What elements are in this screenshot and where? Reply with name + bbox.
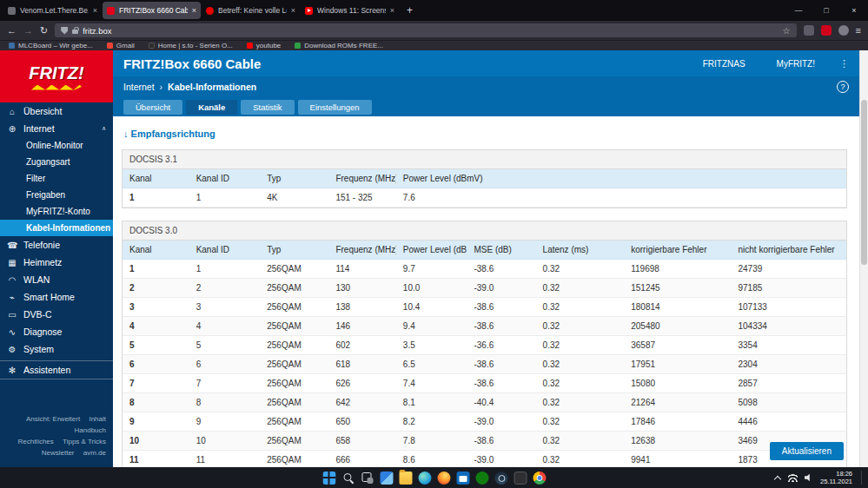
sidebar-item-telefonie[interactable]: Telefonie [0,236,113,254]
sidebar-item-freigaben[interactable]: Freigaben [0,187,113,203]
scrollbar[interactable] [859,50,868,467]
store-icon[interactable] [456,472,469,485]
extension-icon[interactable] [804,25,814,36]
footer-link-tipps[interactable]: Tipps & Tricks [63,438,106,445]
bookmarks-bar: MLCBoard – Wir gebe... Gmail Home | s.to… [0,40,868,50]
refresh-button[interactable]: Aktualisieren [770,442,844,460]
lock-icon[interactable] [72,30,78,34]
footer-link-newsletter[interactable]: Newsletter [42,449,75,457]
tab-close-icon[interactable] [291,6,295,15]
tab-kanaele[interactable]: Kanäle [186,100,237,115]
table-cell: -38.6 [467,432,535,451]
sidebar-item-label: Assistenten [23,365,70,375]
hidden-items-icon[interactable] [774,474,781,481]
search-icon[interactable] [341,472,354,485]
table-cell: 7 [189,374,261,393]
footer-link-rechtliches[interactable]: Rechtliches [17,438,53,445]
sidebar-item-system[interactable]: System [0,340,113,358]
show-desktop-button[interactable] [861,471,863,485]
url-text[interactable]: fritz.box [83,26,111,36]
sidebar-item-assistenten[interactable]: Assistenten [0,360,113,379]
browser-tab-youtube[interactable]: Windows 11: Screenshot erste... [301,2,399,19]
tracking-protection-shield-icon[interactable] [61,27,68,35]
epic-icon[interactable] [514,472,527,485]
smart-home-icon [7,293,17,302]
tab-close-icon[interactable] [93,6,97,15]
fritz-logo[interactable]: FRITZ! [0,50,113,102]
bookmark-roms[interactable]: Download ROMs FREE... [295,42,383,49]
browser-tab-venom[interactable]: Venom.Let.There.Be.Carnage... [3,2,102,19]
bookmark-sto[interactable]: Home | s.to - Serien O... [149,42,233,49]
volume-icon[interactable] [805,473,813,482]
browser-tab-fritzbox[interactable]: FRITZ!Box 6660 Cable [103,2,201,19]
bookmark-youtube[interactable]: youtube [247,42,281,49]
edge-icon[interactable] [418,472,431,485]
steam-icon[interactable] [494,472,507,485]
xbox-icon[interactable] [475,472,488,485]
clock-date: 25.11.2021 [820,478,852,485]
scrollbar-thumb[interactable] [861,100,867,265]
table-cell: 7.4 [396,374,467,393]
table-cell: 4446 [732,412,847,432]
back-button[interactable] [7,25,17,36]
taskbar-clock[interactable]: 18:26 25.11.2021 [820,470,852,485]
bookmark-mlcboard[interactable]: MLCBoard – Wir gebe... [9,42,93,49]
ublock-icon[interactable] [821,25,832,36]
bookmark-gmail[interactable]: Gmail [107,42,135,49]
sidebar-item-kabel-informationen[interactable]: Kabel-Informationen [0,220,113,236]
start-icon[interactable] [322,472,335,485]
myfritz-link[interactable]: MyFRITZ! [777,59,815,69]
sidebar-item-smart-home[interactable]: Smart Home [0,288,113,306]
sidebar-item-label: Internet [23,123,55,134]
sidebar-item-diagnose[interactable]: Diagnose [0,323,113,340]
bookmark-star-icon[interactable] [783,26,791,36]
widgets-icon[interactable] [380,472,393,485]
table-cell: 0.32 [536,393,625,412]
table-header-cell: MSE (dB) [467,241,535,260]
browser-tab-forum[interactable]: Betreff: Keine volle Leistung - Voda... [202,2,300,19]
task-view-icon[interactable] [361,472,374,485]
explorer-icon[interactable] [399,472,412,485]
sidebar-item-dvb-c[interactable]: DVB-C [0,306,113,323]
sidebar-item-online-monitor[interactable]: Online-Monitor [0,137,113,154]
section-heading-empfangsrichtung[interactable]: Empfangsrichtung [123,129,847,139]
sidebar-item-uebersicht[interactable]: Übersicht [0,102,113,120]
reload-button[interactable] [40,25,48,36]
new-tab-button[interactable] [400,4,420,16]
help-icon[interactable] [837,81,849,93]
tab-close-icon[interactable] [390,6,394,15]
table-cell: -38.6 [467,298,535,317]
forward-button[interactable] [23,25,33,36]
footer-link-inhalt[interactable]: Inhalt [89,415,106,423]
table-cell: 10.4 [396,298,467,317]
window-minimize-button[interactable] [785,0,812,21]
chrome-icon[interactable] [533,472,546,485]
sidebar-item-filter[interactable]: Filter [0,170,113,187]
table-cell: 107133 [732,298,847,317]
table-row: 114K151 - 3257.6 [123,188,846,208]
menu-icon[interactable] [856,25,861,36]
window-close-button[interactable] [840,0,868,21]
kebab-menu-icon[interactable] [839,58,849,69]
table-cell: 3 [123,298,189,317]
window-maximize-button[interactable] [812,0,840,21]
tab-close-icon[interactable] [192,6,196,15]
tab-uebersicht[interactable]: Übersicht [123,100,182,115]
sidebar-item-zugangsart[interactable]: Zugangsart [0,154,113,170]
sidebar-item-myfritz-konto[interactable]: MyFRITZ!-Konto [0,203,113,220]
footer-link-handbuch[interactable]: Handbuch [75,426,106,434]
browser-nav-bar: fritz.box [0,21,868,40]
network-icon[interactable] [788,474,798,482]
fritznas-link[interactable]: FRITZNAS [703,59,745,69]
url-bar[interactable]: fritz.box [55,23,796,37]
firefox-icon[interactable] [437,472,450,485]
footer-link-ansicht[interactable]: Ansicht: Erweitert [26,415,80,423]
sidebar-item-heimnetz[interactable]: Heimnetz [0,254,113,271]
footer-link-avmde[interactable]: avm.de [83,449,106,457]
tab-einstellungen[interactable]: Einstellungen [298,100,372,115]
tab-statistik[interactable]: Statistik [241,100,294,115]
account-icon[interactable] [838,25,849,36]
table-cell: 11 [123,451,189,468]
sidebar-item-wlan[interactable]: WLAN [0,271,113,288]
sidebar-item-internet[interactable]: Internet [0,120,113,137]
